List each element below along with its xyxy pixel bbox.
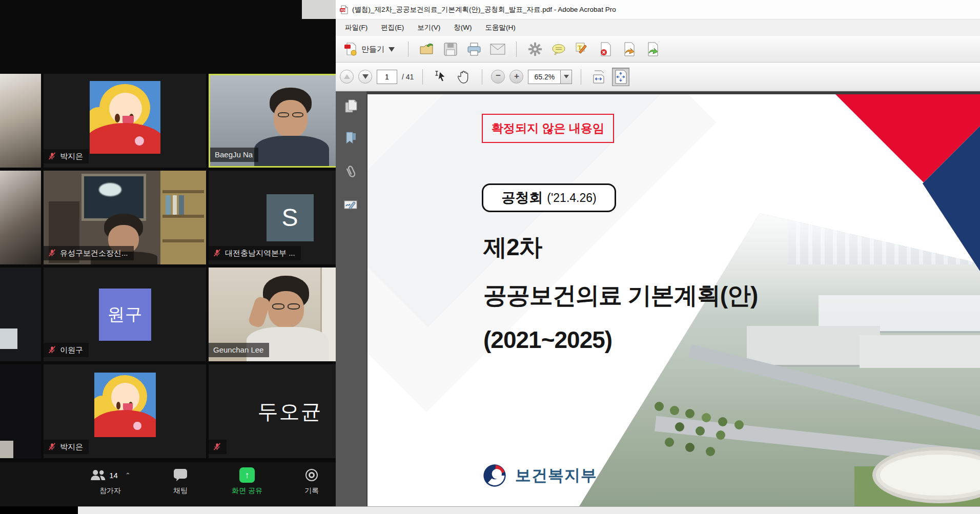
attachments-button[interactable] [343,164,359,179]
participant-name-tag: 이원구 [44,343,89,357]
email-button[interactable] [488,39,507,59]
participant-tile[interactable]: 박지은 [44,74,206,168]
windows-taskbar-edge[interactable] [78,506,980,514]
ministry-name: 보건복지부 [515,465,597,486]
participant-tile[interactable] [0,74,41,168]
page-delete-button[interactable] [597,39,615,59]
fit-width-button[interactable] [590,68,607,86]
comment-button[interactable] [549,39,568,59]
mic-muted-icon [48,443,56,450]
arrow-down-icon [362,74,369,79]
avatar: S [267,194,314,241]
select-tool-button[interactable] [432,67,450,87]
page-export-button[interactable] [620,39,639,59]
participants-button[interactable]: 14 ⌃ 참가자 [90,467,131,496]
avatar: 원구 [99,289,151,341]
page-send-icon [647,42,659,56]
avatar [90,81,160,154]
zoom-in-button[interactable]: + [509,70,523,84]
participant-name: 이원구 [60,346,83,354]
ministry-logo-row: 보건복지부 [481,462,597,489]
fit-page-icon [614,70,627,84]
acrobat-titlebar[interactable]: PDF (별첨)_제2차_공공보건의료_기본계획(안)_공청회_발표_자료.pd… [336,0,980,19]
gear-icon [528,43,542,56]
page-send-button[interactable] [644,39,662,59]
fit-width-icon [592,70,605,84]
participant-name-tag: Geunchan Lee [209,343,269,357]
avatar-letter: S [281,203,298,232]
chat-button[interactable]: 채팅 [173,467,188,496]
chat-label: 채팅 [173,486,188,496]
arrow-up-icon [344,74,350,79]
previous-page-button[interactable] [340,70,354,84]
participant-tile[interactable]: 두오균 [209,364,336,458]
zoom-level-value[interactable]: 65.2% [528,70,561,84]
taskbar-gap [0,506,78,514]
menu-file[interactable]: 파일(F) [345,23,368,32]
screen-share-icon: ↑ [239,467,255,483]
record-icon [305,469,318,481]
menu-window[interactable]: 창(W) [454,23,472,32]
tools-gear-button[interactable] [526,39,544,59]
navigation-pane [336,91,368,506]
menu-help[interactable]: 도움말(H) [485,23,515,32]
screen-share-button[interactable]: ↑ 화면 공유 [232,467,262,496]
print-button[interactable] [465,39,483,59]
page-thumbnails-button[interactable] [343,98,359,114]
save-button[interactable] [441,39,460,59]
participant-name-tag: 대전충남지역본부 ... [209,246,301,260]
page-export-icon [623,42,636,56]
participant-tile[interactable]: 유성구보건소장신... [44,171,206,264]
create-pdf-icon [344,42,357,56]
participant-tile[interactable] [0,268,41,361]
zoom-level-dropdown[interactable] [561,70,572,84]
acrobat-menubar: 파일(F) 편집(E) 보기(V) 창(W) 도움말(H) [336,19,980,36]
participant-tile[interactable]: Geunchan Lee [209,268,336,361]
screen-share-label: 화면 공유 [232,486,262,496]
acrobat-main-toolbar: 만들기 [336,36,980,63]
dropdown-arrow-icon [564,75,569,78]
acrobat-content-area: 확정되지 않은 내용임 공청회 ('21.4.26) 제2차 공공보건의료 기본… [336,91,980,506]
menu-edit[interactable]: 편집(E) [381,23,404,32]
fit-page-button[interactable] [612,68,629,86]
pdf-file-icon: PDF [339,5,349,14]
zoom-out-button[interactable]: − [491,70,505,84]
svg-text:PDF: PDF [341,8,347,11]
bookmarks-button[interactable] [343,131,359,147]
participant-name-tag [209,440,227,454]
open-folder-icon [419,43,435,56]
record-button[interactable]: 기록 [304,467,319,496]
acrobat-page-toolbar: / 41 − + 65.2% [336,63,980,91]
mic-muted-icon [213,443,221,450]
signatures-button[interactable] [343,197,359,212]
pdf-page[interactable]: 확정되지 않은 내용임 공청회 ('21.4.26) 제2차 공공보건의료 기본… [368,94,980,506]
paperclip-icon [344,165,358,179]
hand-tool-button[interactable] [455,67,473,87]
page-number-input[interactable] [377,70,397,84]
participant-tile[interactable] [0,364,41,458]
slide-title-line3: (2021~2025) [483,326,612,354]
slide-notice-text: 확정되지 않은 내용임 [492,120,604,136]
chat-icon [173,468,188,482]
next-page-button[interactable] [358,70,372,84]
email-envelope-icon [490,44,505,55]
badge-date: ('21.4.26) [547,191,596,205]
menu-view[interactable]: 보기(V) [417,23,440,32]
comment-bubble-icon [552,44,566,55]
participant-name: 대전충남지역본부 ... [225,249,295,257]
participant-tile[interactable]: 박지은 [44,364,206,458]
participant-tile-active-speaker[interactable]: BaegJu Na [209,74,336,168]
avatar [94,373,156,437]
participant-tile[interactable]: 원구 이원구 [44,268,206,361]
edit-text-button[interactable]: T [573,39,591,59]
chevron-up-icon[interactable]: ⌃ [125,471,131,479]
mic-muted-icon [213,249,221,257]
open-file-button[interactable] [418,39,436,59]
ministry-logo-icon [481,462,508,489]
minus-icon: − [496,71,501,81]
participant-name: 박지은 [60,443,83,450]
participant-tile[interactable]: S 대전충남지역본부 ... [209,171,336,264]
participant-tile[interactable] [0,171,41,264]
participant-display-name: 두오균 [258,397,322,425]
create-pdf-button[interactable]: 만들기 [340,40,399,58]
